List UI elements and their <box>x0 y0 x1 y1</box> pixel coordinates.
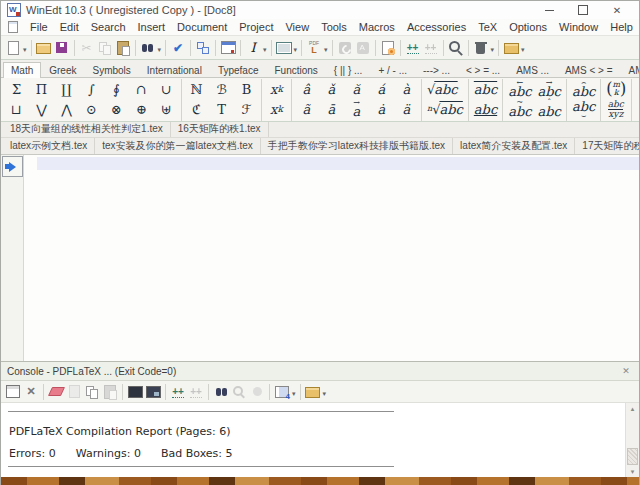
menu-item-file[interactable]: File <box>24 21 54 33</box>
symbol-cell[interactable]: n√abc <box>424 99 466 119</box>
dropdown-arrow-icon[interactable] <box>323 42 329 54</box>
symbol-cell[interactable]: →a <box>344 99 369 119</box>
find-next-button[interactable] <box>230 383 248 401</box>
remove-bookmarks-button[interactable] <box>187 383 205 401</box>
acrobat-button[interactable] <box>336 39 354 57</box>
open-folder-button[interactable] <box>35 39 53 57</box>
menu-item-project[interactable]: Project <box>233 21 279 33</box>
minimize-button[interactable] <box>539 3 559 17</box>
add-bookmarks-button[interactable] <box>404 39 422 57</box>
symbol-cell[interactable]: ~abc <box>505 99 534 119</box>
symbol-cell[interactable]: ∮ <box>104 79 129 99</box>
palette-tab-international[interactable]: International <box>139 62 210 77</box>
palette-tab--[interactable]: < > = ... <box>458 62 508 77</box>
italic-button[interactable] <box>244 39 268 57</box>
menu-item-search[interactable]: Search <box>85 21 132 33</box>
table-4-button[interactable] <box>273 383 297 401</box>
delete-lines-button[interactable] <box>65 383 83 401</box>
palette-tab-functions[interactable]: Functions <box>266 62 325 77</box>
add-bookmarks-button[interactable] <box>169 383 187 401</box>
symbol-cell[interactable]: à <box>394 79 419 99</box>
document-tab[interactable]: 手把手教你学习latex科技排版书籍版.tex <box>261 138 453 154</box>
folder-options-button[interactable] <box>502 39 526 57</box>
acrobat-texify-button[interactable] <box>354 39 372 57</box>
symbol-cell[interactable]: √abc <box>424 79 461 99</box>
palette-tab-symbols[interactable]: Symbols <box>84 62 138 77</box>
console-image-button[interactable] <box>144 383 162 401</box>
paste-button[interactable] <box>114 39 132 57</box>
symbol-cell[interactable]: ⋀ <box>54 99 79 119</box>
palette-tab--[interactable]: + / - ... <box>370 62 415 77</box>
console-window-button[interactable] <box>4 383 22 401</box>
execution-modes-button[interactable] <box>379 39 397 57</box>
symbol-cell[interactable]: ⊕ <box>129 99 154 119</box>
symbol-cell[interactable]: ȧ <box>369 99 394 119</box>
dropdown-arrow-icon[interactable] <box>490 42 496 54</box>
dropdown-arrow-icon[interactable] <box>262 42 268 54</box>
erase-button[interactable] <box>47 383 65 401</box>
symbol-cell[interactable]: abc⌣ <box>569 99 598 119</box>
dropdown-arrow-icon[interactable] <box>322 386 328 398</box>
pdflatex-button[interactable] <box>305 39 329 57</box>
editor-area[interactable] <box>1 155 639 361</box>
palette-tab--[interactable]: ---> ... <box>415 62 458 77</box>
dropdown-arrow-icon[interactable] <box>291 386 297 398</box>
close-button[interactable] <box>607 3 627 17</box>
symbol-cell[interactable]: →abc <box>535 79 564 99</box>
symbol-cell[interactable]: ∫ <box>79 79 104 99</box>
palette-tab--[interactable]: { || } ... <box>326 62 371 77</box>
symbol-cell[interactable]: ∪ <box>154 79 179 99</box>
folder-options-button[interactable] <box>304 383 328 401</box>
palette-tab-ams-not-[interactable]: AMS NOT < > = <box>620 62 640 77</box>
symbol-cell[interactable]: ⊎ <box>154 99 179 119</box>
symbol-cell[interactable]: ă <box>344 79 369 99</box>
console-close-icon[interactable] <box>619 365 633 377</box>
symbol-cell[interactable]: ∩ <box>129 79 154 99</box>
search-project-button[interactable] <box>447 39 465 57</box>
menu-item-help[interactable]: Help <box>604 21 639 33</box>
symbol-cell[interactable]: abc <box>471 99 500 119</box>
symbol-cell[interactable]: ⊙ <box>79 99 104 119</box>
copy-button[interactable] <box>83 383 101 401</box>
symbol-cell[interactable]: ⊔ <box>4 99 29 119</box>
find-button[interactable] <box>212 383 230 401</box>
remove-bookmarks-button[interactable] <box>422 39 440 57</box>
symbol-cell[interactable]: ←abc <box>505 79 534 99</box>
symbol-cell[interactable]: ∐ <box>54 79 79 99</box>
document-tab[interactable]: 16天矩阵的秩1.tex <box>171 122 269 137</box>
symbol-cell[interactable]: ⊗ <box>104 99 129 119</box>
cut-button[interactable] <box>78 39 96 57</box>
symbol-cell[interactable]: ā <box>319 99 344 119</box>
palette-tab-ams-[interactable]: AMS ... <box>508 62 557 77</box>
delete-button[interactable] <box>472 39 496 57</box>
scrollbar-thumb[interactable] <box>627 448 638 465</box>
document-tree-button[interactable] <box>194 39 212 57</box>
maximize-button[interactable] <box>573 3 593 17</box>
menu-item-insert[interactable]: Insert <box>132 21 172 33</box>
menu-item-document[interactable]: Document <box>171 21 233 33</box>
paste-button[interactable] <box>101 383 119 401</box>
symbol-cell[interactable]: â <box>294 79 319 99</box>
line-marker-button[interactable] <box>2 156 23 177</box>
palette-tab-math[interactable]: Math <box>3 62 41 78</box>
scrollbar-up-arrow-icon[interactable] <box>626 403 639 414</box>
palette-tab-typeface[interactable]: Typeface <box>210 62 267 77</box>
console-header[interactable]: Console - PDFLaTeX ... (Exit Code=0) <box>1 361 639 381</box>
symbol-cell[interactable]: B <box>234 79 259 99</box>
options-interface-button[interactable] <box>219 39 237 57</box>
symbol-cell[interactable]: ℱ <box>234 99 259 119</box>
spell-check-button[interactable] <box>169 39 187 57</box>
preview-button[interactable] <box>275 39 299 57</box>
menu-item-macros[interactable]: Macros <box>353 21 401 33</box>
symbol-cell[interactable]: ǎ <box>319 79 344 99</box>
dropdown-arrow-icon[interactable] <box>22 42 28 54</box>
console-dark-button[interactable] <box>126 383 144 401</box>
symbol-cell[interactable]: Π <box>29 79 54 99</box>
menu-item-options[interactable]: Options <box>503 21 553 33</box>
menu-item-accessories[interactable]: Accessories <box>401 21 472 33</box>
document-tab[interactable]: tex安装及你的第一篇latex文档.tex <box>95 138 261 154</box>
close-console-button[interactable] <box>22 383 40 401</box>
menu-item-view[interactable]: View <box>279 21 315 33</box>
scrollbar-down-arrow-icon[interactable] <box>626 466 639 477</box>
symbol-cell[interactable]: ℭ <box>184 99 209 119</box>
